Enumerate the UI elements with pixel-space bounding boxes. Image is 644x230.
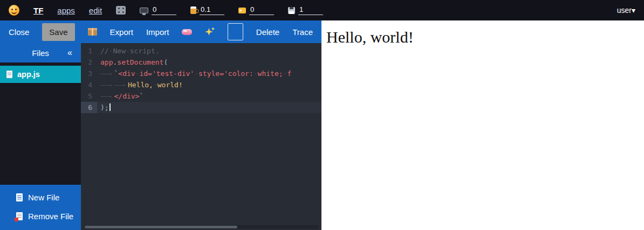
- gutter-line-number: 5: [81, 90, 97, 102]
- app-logo-emoji[interactable]: [9, 5, 19, 16]
- code-line[interactable]: ——→</div>`: [97, 90, 321, 102]
- save-button[interactable]: Save: [42, 23, 74, 41]
- scrollbar-thumb[interactable]: [85, 226, 237, 228]
- code-token-plain: `: [139, 92, 143, 100]
- beer-icon: [190, 6, 196, 14]
- code-token-comment: //: [100, 47, 109, 55]
- code-token-tab: ——→: [100, 92, 114, 100]
- sparkles-icon[interactable]: [205, 27, 215, 37]
- yellow-card-icon: [238, 8, 246, 13]
- new-file-button[interactable]: New File: [0, 188, 81, 207]
- export-button[interactable]: Export: [110, 27, 133, 37]
- close-button[interactable]: Close: [9, 27, 29, 37]
- code-token-tab: ——→: [100, 69, 114, 78]
- gutter-line-number: 3: [81, 68, 97, 79]
- soap-icon[interactable]: [182, 29, 192, 35]
- code-token-plain: (: [163, 58, 168, 66]
- code-token-ws: ·: [194, 69, 198, 78]
- rendered-output-text: Hello, world!: [326, 28, 644, 46]
- app-window: TF apps edit 0 0.1 0 1 user▾ Close Save …: [0, 0, 644, 230]
- file-item-appjs[interactable]: app.js: [0, 66, 81, 83]
- code-line[interactable]: app.setDocument(: [97, 57, 321, 68]
- files-panel-header: Files «: [0, 43, 81, 62]
- gutter-line-number: 6: [81, 102, 97, 113]
- remove-file-button[interactable]: Remove File: [0, 207, 81, 226]
- file-name: app.js: [17, 70, 40, 79]
- floppy-counter: 1: [288, 5, 323, 15]
- card-counter-value[interactable]: 0: [249, 5, 274, 15]
- import-button[interactable]: Import: [146, 27, 169, 37]
- beer-counter: 0.1: [190, 5, 224, 15]
- code-token-tag: f: [287, 69, 291, 78]
- gutter-line-number: 4: [81, 79, 97, 90]
- code-token-tag: white;: [258, 69, 283, 78]
- new-file-icon: [16, 193, 23, 201]
- file-actions: New File Remove File: [0, 185, 81, 230]
- code-token-tag: setDocument: [117, 58, 163, 66]
- code-token-tab: ——→: [114, 81, 127, 89]
- remove-file-label: Remove File: [28, 212, 73, 221]
- code-line[interactable]: );: [97, 102, 321, 113]
- code-line[interactable]: ——→`<div·id='test-div'·style='color:·whi…: [97, 68, 321, 79]
- code-token-plain: );: [100, 103, 109, 111]
- files-panel-title: Files: [32, 48, 49, 58]
- file-icon: [6, 71, 12, 78]
- blank-button[interactable]: [228, 23, 243, 40]
- remove-file-icon: [16, 212, 23, 220]
- code-line[interactable]: //·New·script.: [97, 45, 321, 57]
- editor-code[interactable]: //·New·script.app.setDocument(——→`<div·i…: [97, 43, 321, 230]
- output-preview: Hello, world!: [321, 20, 644, 230]
- code-token-str: Hello,: [128, 81, 153, 89]
- code-token-tag: <div: [118, 69, 135, 78]
- code-token-tag: </div>: [114, 92, 139, 100]
- files-sidebar: Files « app.js New File Remove File: [0, 43, 81, 230]
- code-token-comment: script.: [130, 47, 160, 55]
- code-editor[interactable]: 123456 //·New·script.app.setDocument(——→…: [81, 43, 321, 230]
- editor-toolbar: Close Save Export Import Delete Trace: [0, 20, 321, 43]
- user-menu[interactable]: user▾: [617, 6, 635, 15]
- code-token-tag: app: [100, 58, 113, 66]
- code-line[interactable]: ——→——→Hello,·world!: [97, 79, 321, 90]
- new-file-label: New File: [28, 193, 59, 202]
- code-token-tab: ——→: [100, 81, 114, 89]
- code-token-ws: ·: [254, 69, 258, 78]
- topbar: TF apps edit 0 0.1 0 1 user▾: [0, 0, 644, 20]
- horizontal-scrollbar[interactable]: [84, 225, 319, 229]
- gutter-line-number: 1: [81, 45, 97, 57]
- collapse-sidebar-button[interactable]: «: [67, 48, 72, 58]
- file-list: app.js: [0, 62, 81, 83]
- floppy-counter-value[interactable]: 1: [298, 5, 323, 15]
- floppy-icon: [288, 7, 295, 14]
- nav-apps-link[interactable]: apps: [57, 6, 75, 15]
- code-token-comment: New: [113, 47, 125, 55]
- card-counter: 0: [238, 5, 274, 15]
- code-token-ws: ·: [126, 47, 130, 55]
- editor-gutter: 123456: [81, 43, 97, 230]
- delete-button[interactable]: Delete: [256, 27, 279, 37]
- gutter-line-number: 2: [81, 57, 97, 68]
- brand-link[interactable]: TF: [33, 6, 43, 15]
- code-token-ws: ·: [153, 81, 157, 89]
- beer-counter-value[interactable]: 0.1: [200, 5, 224, 15]
- monitor-counter: 0: [140, 5, 176, 15]
- code-token-str: world!: [157, 81, 183, 89]
- text-cursor: [109, 103, 111, 111]
- dice-icon[interactable]: [116, 6, 126, 15]
- code-token-tag: style='color:: [198, 69, 254, 78]
- trace-button[interactable]: Trace: [292, 27, 313, 37]
- package-icon[interactable]: [88, 28, 97, 36]
- monitor-icon: [140, 8, 148, 13]
- nav-edit-link[interactable]: edit: [89, 6, 102, 15]
- code-token-tag: id='test-div': [139, 69, 194, 78]
- monitor-counter-value[interactable]: 0: [152, 5, 176, 15]
